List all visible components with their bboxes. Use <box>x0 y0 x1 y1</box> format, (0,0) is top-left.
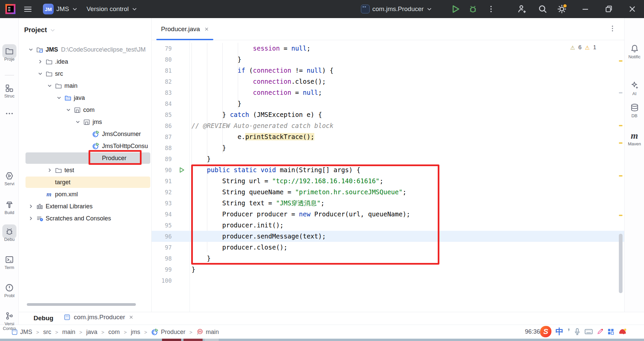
stripe-item-database[interactable]: DB <box>625 103 644 118</box>
tree-item-producer[interactable]: Producer <box>19 152 152 164</box>
tree-item-java[interactable]: java <box>19 92 152 104</box>
chevron-down-icon[interactable] <box>74 119 81 125</box>
code-line-85[interactable]: 85 } catch (JMSException e) { <box>152 109 624 120</box>
tree-item-main[interactable]: main <box>19 80 152 92</box>
inspections-widget[interactable]: ⚠6 ⚠1 <box>570 44 603 51</box>
code-line-83[interactable]: 83 connection = null; <box>152 87 624 98</box>
chevron-down-icon[interactable] <box>46 83 53 89</box>
project-panel-header[interactable]: Project <box>24 26 56 34</box>
code-line-79[interactable]: 79 session = null; <box>152 43 624 54</box>
inspection-stripe-mark[interactable] <box>619 175 623 177</box>
jetbrains-logo-icon[interactable] <box>5 0 15 18</box>
breadcrumb-jms[interactable]: jms <box>131 329 140 336</box>
stripe-item-version-control[interactable]: VersiContro <box>0 312 19 331</box>
tree-item-jmstohttpconsu[interactable]: JmsToHttpConsu <box>19 140 152 152</box>
stripe-item-notifications[interactable]: Notific <box>625 44 644 59</box>
vcs-menu[interactable]: Version control <box>87 0 138 18</box>
keyboard-icon[interactable] <box>585 328 593 335</box>
window-minimize-button[interactable] <box>581 0 590 18</box>
stripe-item-debug[interactable]: Debu <box>0 227 19 242</box>
code-line-90[interactable]: 90 public static void main(String[] args… <box>152 164 624 176</box>
tree-item-jms[interactable]: jms <box>19 116 152 128</box>
chevron-right-icon[interactable] <box>37 59 44 65</box>
code-line-82[interactable]: 82 connection.close(); <box>152 76 624 87</box>
breadcrumb-src[interactable]: src <box>43 329 51 336</box>
ime-grid-icon[interactable] <box>607 328 614 335</box>
close-tab-icon[interactable] <box>204 26 209 32</box>
tree-item-jmsconsumer[interactable]: JmsConsumer <box>19 128 152 140</box>
debug-button[interactable] <box>468 0 478 18</box>
chevron-down-icon[interactable] <box>56 95 62 101</box>
stripe-item-project[interactable]: Proje <box>0 47 19 62</box>
tree-item-target[interactable]: target <box>19 176 152 188</box>
tree-item-com[interactable]: com <box>19 104 152 116</box>
code-line-96[interactable]: 96 producer.sendMessage(text); <box>152 231 624 242</box>
code-line-99[interactable]: 99} <box>152 264 624 275</box>
stripe-item-maven[interactable]: mMaven <box>625 131 644 146</box>
tree-item--idea[interactable]: .idea <box>19 56 152 68</box>
ime-punctuation-icon[interactable]: ’ <box>568 327 570 337</box>
breadcrumb-main[interactable]: mmain <box>196 329 219 336</box>
code-line-95[interactable]: 95 producer.init(); <box>152 220 624 231</box>
code-line-84[interactable]: 84 } <box>152 98 624 109</box>
code-area[interactable]: 79 session = null;80 }81 if (connection … <box>152 40 624 312</box>
chevron-right-icon[interactable] <box>28 203 34 209</box>
caret-position[interactable]: 96:36 <box>525 328 540 335</box>
code-line-92[interactable]: 92 String queueName = "primeton.hr.sourc… <box>152 187 624 198</box>
ime-skin-icon[interactable] <box>618 328 627 335</box>
window-restore-button[interactable] <box>604 0 613 18</box>
editor-vertical-scrollbar[interactable] <box>619 234 623 293</box>
microphone-icon[interactable] <box>574 328 581 335</box>
breadcrumb-main[interactable]: main <box>62 329 75 336</box>
breadcrumb-com[interactable]: com <box>108 329 120 336</box>
tree-item-src[interactable]: src <box>19 68 152 80</box>
run-config-selector[interactable]: com.jms.Producer <box>361 0 432 18</box>
tab-producer-java[interactable]: Producer.java <box>156 18 214 40</box>
inspection-stripe-mark[interactable] <box>619 125 623 126</box>
code-line-93[interactable]: 93 String text = "JMS穿透消息"; <box>152 198 624 209</box>
stripe-item-problems[interactable]: Probl <box>0 283 19 298</box>
tree-item-pom-xml[interactable]: mpom.xml <box>19 188 152 200</box>
chevron-down-icon[interactable] <box>28 47 34 53</box>
inspection-stripe-mark[interactable] <box>619 215 623 216</box>
code-line-86[interactable]: 86// @REVIEW Auto-generated catch block <box>152 120 624 131</box>
breadcrumb-producer[interactable]: Producer <box>151 328 185 336</box>
window-close-button[interactable] <box>628 0 637 18</box>
code-line-98[interactable]: 98 } <box>152 253 624 264</box>
stripe-item-build[interactable]: Build <box>0 200 19 215</box>
search-everywhere-button[interactable] <box>538 0 547 18</box>
chevron-down-icon[interactable] <box>37 71 44 77</box>
run-button[interactable] <box>451 0 460 18</box>
tree-item-test[interactable]: test <box>19 164 152 176</box>
code-line-89[interactable]: 89 } <box>152 153 624 164</box>
chevron-right-icon[interactable] <box>46 167 53 173</box>
stripe-item-services[interactable]: Servi <box>0 172 19 186</box>
chevron-right-icon[interactable] <box>28 215 34 221</box>
tree-item-jms[interactable]: JMSD:\CodeSource\eclipse_test\JM <box>19 44 152 56</box>
stripe-item-more[interactable] <box>0 109 19 118</box>
stripe-item-structure[interactable]: Struc <box>0 84 19 98</box>
inspection-stripe-mark[interactable] <box>619 142 623 144</box>
project-horizontal-scrollbar[interactable] <box>27 303 136 306</box>
stripe-item-ai-assistant[interactable]: AI <box>625 81 644 96</box>
project-widget[interactable]: JM JMS <box>43 0 78 18</box>
ime-mode-chinese[interactable]: 中 <box>555 326 564 337</box>
code-line-80[interactable]: 80 } <box>152 54 624 65</box>
tree-item-external-libraries[interactable]: External Libraries <box>19 200 152 212</box>
code-line-87[interactable]: 87 e.printStackTrace(); <box>152 131 624 142</box>
tree-item-scratches-and-consoles[interactable]: Scratches and Consoles <box>19 212 152 224</box>
code-line-91[interactable]: 91 String url = "tcp://192.168.16.140:61… <box>152 176 624 187</box>
settings-button[interactable] <box>557 0 567 18</box>
code-line-81[interactable]: 81 if (connection != null) { <box>152 65 624 76</box>
debug-session-tab[interactable]: com.jms.Producer <box>64 314 134 321</box>
editor-options-kebab-icon[interactable] <box>609 25 616 32</box>
sogou-logo-icon[interactable]: S <box>540 326 551 337</box>
debug-title[interactable]: Debug <box>34 315 53 322</box>
chevron-down-icon[interactable] <box>65 107 72 113</box>
run-gutter-icon[interactable] <box>172 166 192 174</box>
code-with-me-button[interactable] <box>517 0 527 18</box>
close-tab-icon[interactable] <box>128 315 134 320</box>
inspection-stripe-mark[interactable] <box>619 60 623 62</box>
code-line-94[interactable]: 94 Producer producer = new Producer(url,… <box>152 209 624 220</box>
stripe-item-terminal[interactable]: Term <box>0 255 19 270</box>
